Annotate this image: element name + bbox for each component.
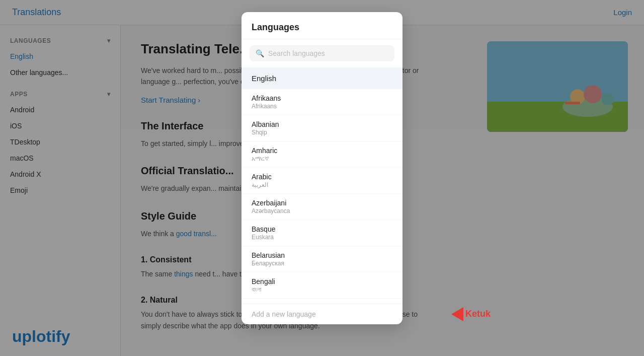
language-item-bengali[interactable]: Bengali বাংলা bbox=[242, 272, 403, 299]
language-item-amharic[interactable]: Amharic አማርኛ bbox=[242, 141, 403, 168]
red-arrow-icon bbox=[451, 307, 463, 321]
language-item-bulgarian[interactable]: Bulgarian Български bbox=[242, 299, 403, 304]
language-item-english[interactable]: English bbox=[242, 68, 403, 89]
modal-search-area: 🔍 bbox=[242, 39, 403, 68]
language-item-albanian[interactable]: Albanian Shqip bbox=[242, 115, 403, 141]
language-item-belarusian[interactable]: Belarusian Беларуская bbox=[242, 246, 403, 272]
language-item-azerbaijani[interactable]: Azerbaijani Azərbaycanca bbox=[242, 194, 403, 220]
modal-overlay[interactable]: Languages 🔍 English Afrikaans Afrikaans … bbox=[0, 0, 644, 356]
modal-title: Languages bbox=[242, 12, 403, 39]
language-item-arabic[interactable]: Arabic العربية bbox=[242, 168, 403, 194]
language-item-basque[interactable]: Basque Euskara bbox=[242, 220, 403, 246]
search-input-container[interactable]: 🔍 bbox=[250, 45, 394, 61]
languages-modal: Languages 🔍 English Afrikaans Afrikaans … bbox=[242, 12, 403, 324]
annotation-text: Ketuk bbox=[465, 309, 491, 319]
search-icon: 🔍 bbox=[256, 49, 264, 57]
search-input[interactable] bbox=[268, 49, 388, 57]
language-item-afrikaans[interactable]: Afrikaans Afrikaans bbox=[242, 89, 403, 115]
add-language-button[interactable]: Add a new language bbox=[252, 310, 316, 318]
language-list: English Afrikaans Afrikaans Albanian Shq… bbox=[242, 68, 403, 304]
modal-footer: Add a new language Ketuk bbox=[242, 304, 403, 324]
arrow-annotation: Ketuk bbox=[451, 307, 491, 321]
